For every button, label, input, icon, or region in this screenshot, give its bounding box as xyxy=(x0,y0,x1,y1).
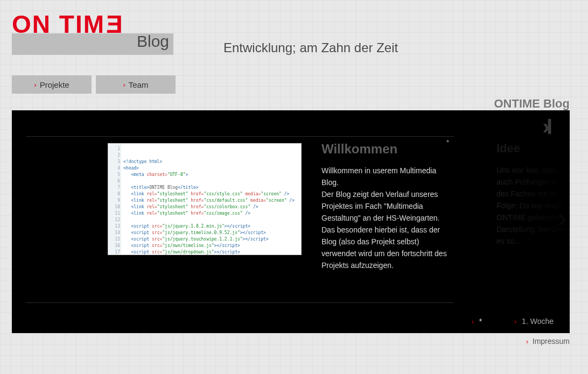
chevron-icon: › xyxy=(526,338,528,345)
chevron-icon: › xyxy=(472,318,474,326)
chevron-icon: › xyxy=(514,318,516,326)
logo-text-1: ON TIM xyxy=(12,10,105,38)
main-nav: › Projekte › Team xyxy=(12,75,176,94)
code-screenshot: 1 2 3 4 5 6 7 8 9 10 11 12 13 14 15 16 1… xyxy=(108,143,302,255)
nav-team-label: Team xyxy=(129,80,149,89)
last-slide-icon[interactable]: ›I xyxy=(543,115,549,139)
timeline-item-week1[interactable]: › 1. Woche xyxy=(514,317,554,326)
slide-content: 1 2 3 4 5 6 7 8 9 10 11 12 13 14 15 16 1… xyxy=(26,136,454,303)
blog-label: Blog xyxy=(137,32,169,51)
slider-panel: ›I › * 1 2 3 4 5 6 7 8 9 10 11 12 13 14 … xyxy=(12,110,570,333)
timeline-label-0: * xyxy=(479,317,482,326)
nav-projekte[interactable]: › Projekte xyxy=(12,75,92,94)
nav-projekte-label: Projekte xyxy=(40,80,69,89)
next-slide-preview: Idee Uns war klar, dass auch Prüfungen i… xyxy=(496,143,570,304)
chevron-icon: › xyxy=(123,81,125,89)
timeline-label-1: 1. Woche xyxy=(522,317,554,326)
brand-right-label: ONTIME Blog xyxy=(494,97,570,111)
timeline-item-current[interactable]: › * xyxy=(472,317,482,326)
article-title: Willkommen xyxy=(321,143,451,155)
logo[interactable]: ON TIME xyxy=(12,12,123,37)
code-line-numbers: 1 2 3 4 5 6 7 8 9 10 11 12 13 14 15 16 1… xyxy=(109,146,120,255)
impressum-label: Impressum xyxy=(533,337,570,345)
fade-overlay xyxy=(496,143,570,304)
chevron-icon: › xyxy=(34,81,36,89)
article-body: Willkommen in userem Multimedia Blog. De… xyxy=(321,165,451,271)
article: Willkommen Willkommen in userem Multimed… xyxy=(321,143,451,271)
timeline-nav: › * › 1. Woche xyxy=(12,317,570,326)
tagline: Entwicklung; am Zahn der Zeit xyxy=(223,40,398,55)
nav-team[interactable]: › Team xyxy=(96,75,176,94)
logo-text-2: E xyxy=(105,12,123,37)
impressum-link[interactable]: › Impressum xyxy=(526,337,570,345)
